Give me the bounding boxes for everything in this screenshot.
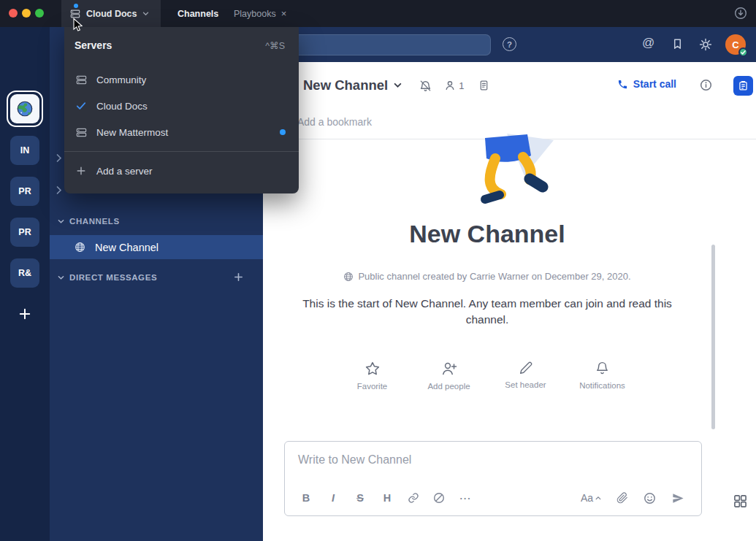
- menu-item-cloud-docs[interactable]: Cloud Docs: [64, 93, 299, 119]
- bold-button[interactable]: B: [299, 492, 313, 504]
- add-bookmark-label: Add a bookmark: [297, 116, 372, 128]
- maximize-window-button[interactable]: [35, 9, 44, 18]
- intro-body: This is the start of New Channel. Any te…: [263, 296, 711, 328]
- team-initials: PR: [18, 186, 31, 196]
- apps-grid-icon[interactable]: [733, 494, 748, 509]
- chevron-down-icon: [58, 275, 64, 280]
- team-item[interactable]: PR: [10, 177, 39, 206]
- settings-gear-icon[interactable]: [699, 38, 712, 51]
- playbooks-panel-icon[interactable]: [733, 76, 753, 96]
- team-item[interactable]: IN: [10, 136, 39, 165]
- plus-icon: [75, 166, 88, 176]
- add-people-button[interactable]: Add people: [411, 360, 487, 391]
- chevron-down-icon[interactable]: [394, 83, 402, 88]
- phone-icon: [617, 79, 628, 90]
- message-input[interactable]: Write to New Channel: [298, 453, 411, 467]
- attachment-icon[interactable]: [616, 492, 628, 504]
- heading-button[interactable]: H: [381, 492, 394, 504]
- add-people-icon: [440, 360, 458, 377]
- star-icon: [364, 360, 381, 377]
- add-team-icon[interactable]: [18, 307, 31, 321]
- start-call-label: Start call: [633, 78, 676, 90]
- window-titlebar: Cloud Docs Channels Playbooks ×: [0, 0, 756, 27]
- action-label: Set header: [505, 380, 546, 389]
- channel-title[interactable]: New Channel: [303, 77, 388, 93]
- team-item[interactable]: PR: [10, 218, 39, 247]
- servers-menu-header: Servers ^⌘S: [64, 36, 299, 55]
- chevron-down-icon: [142, 12, 149, 16]
- channel-intro-illustration: [460, 134, 555, 205]
- strikethrough-button[interactable]: S: [354, 492, 367, 504]
- members-icon: [444, 80, 456, 91]
- scrollbar[interactable]: [711, 245, 715, 429]
- menu-divider: [64, 151, 299, 152]
- channel-intro-actions: Favorite Add people Set header Notificat…: [263, 360, 711, 391]
- team-item-active[interactable]: [10, 94, 39, 123]
- chevron-down-icon: [58, 219, 64, 224]
- italic-button[interactable]: I: [327, 492, 340, 504]
- servers-menu-shortcut: ^⌘S: [265, 40, 285, 51]
- minimize-window-button[interactable]: [22, 9, 31, 18]
- team-sidebar: IN PR PR R&: [0, 27, 50, 541]
- emoji-icon[interactable]: [644, 492, 656, 504]
- set-header-button[interactable]: Set header: [487, 360, 564, 391]
- servers-menu-title: Servers: [75, 39, 112, 51]
- servers-dropdown-menu: Servers ^⌘S Community Cloud Docs New M: [64, 27, 299, 193]
- check-icon: [75, 101, 88, 110]
- downloads-icon[interactable]: [734, 7, 747, 20]
- slash-commands-icon[interactable]: [433, 492, 445, 504]
- chevron-right-icon[interactable]: [56, 153, 62, 163]
- server-icon: [75, 127, 88, 138]
- start-call-button[interactable]: Start call: [617, 78, 676, 90]
- chevron-right-icon[interactable]: [56, 185, 62, 195]
- mentions-icon[interactable]: @: [642, 36, 654, 50]
- status-online-icon: [738, 47, 748, 57]
- menu-item-new-mattermost[interactable]: New Mattermost: [64, 119, 299, 145]
- intro-heading: New Channel: [263, 220, 711, 248]
- pinned-posts-icon[interactable]: [478, 80, 489, 91]
- favorite-button[interactable]: Favorite: [334, 360, 411, 391]
- notifications-muted-icon[interactable]: [419, 80, 432, 92]
- more-formatting-icon[interactable]: ⋯: [459, 491, 472, 505]
- channel-view: New Channel 1 Start call Add a bookmark: [263, 62, 756, 541]
- team-initials: PR: [18, 227, 31, 237]
- tab-playbooks[interactable]: Playbooks ×: [234, 0, 286, 27]
- server-icon: [70, 9, 80, 19]
- menu-item-label: New Mattermost: [96, 127, 168, 138]
- show-formatting-button[interactable]: Aa: [581, 492, 601, 504]
- sidebar-item-new-channel[interactable]: New Channel: [50, 235, 263, 259]
- close-tab-icon[interactable]: ×: [281, 8, 287, 19]
- channel-info-icon[interactable]: [700, 79, 712, 91]
- help-icon[interactable]: ?: [503, 37, 516, 51]
- send-icon[interactable]: [671, 491, 685, 505]
- dm-section-header[interactable]: DIRECT MESSAGES: [50, 272, 263, 283]
- mattermost-window: ? @ C IN PR PR: [0, 0, 756, 541]
- channels-section-header[interactable]: CHANNELS: [50, 215, 263, 227]
- members-button[interactable]: 1: [444, 80, 464, 91]
- close-window-button[interactable]: [9, 9, 18, 18]
- globe-icon: [75, 242, 85, 253]
- tab-channels[interactable]: Channels: [177, 0, 218, 27]
- saved-posts-icon[interactable]: [671, 38, 684, 50]
- bell-icon: [594, 360, 611, 377]
- menu-item-label: Community: [96, 74, 146, 85]
- action-label: Favorite: [357, 382, 388, 391]
- notifications-button[interactable]: Notifications: [564, 360, 641, 391]
- add-direct-message-icon[interactable]: [233, 272, 244, 283]
- channel-name-label: New Channel: [95, 242, 159, 253]
- action-label: Notifications: [579, 381, 625, 390]
- pencil-icon: [518, 360, 534, 376]
- team-initials: R&: [18, 268, 31, 278]
- unread-dot: [74, 4, 78, 8]
- team-item[interactable]: R&: [10, 258, 39, 288]
- aa-label: Aa: [581, 492, 593, 504]
- add-server-label: Add a server: [96, 166, 153, 177]
- avatar[interactable]: C: [725, 34, 746, 55]
- server-dropdown-button[interactable]: Cloud Docs: [61, 0, 161, 27]
- menu-item-label: Cloud Docs: [96, 101, 148, 112]
- link-icon[interactable]: [408, 492, 419, 504]
- menu-item-community[interactable]: Community: [64, 66, 299, 93]
- globe-icon: [343, 272, 354, 282]
- add-server-button[interactable]: Add a server: [64, 158, 299, 184]
- team-initials: IN: [20, 145, 30, 156]
